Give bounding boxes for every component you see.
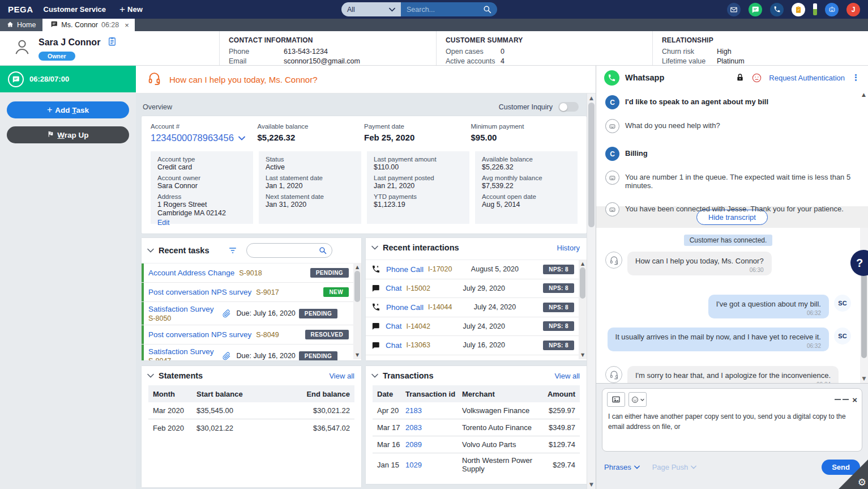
account-number-select[interactable]: 1234500078963456 <box>151 133 258 143</box>
interaction-row[interactable]: Chat I-15002 July 29, 2020 NPS: 8 <box>366 279 579 299</box>
main-scrollbar[interactable]: ▲ ▼ <box>587 93 596 489</box>
task-link[interactable]: Satisfaction Survey <box>148 305 214 313</box>
edit-address-link[interactable]: Edit <box>157 219 170 227</box>
resize-handle-icon[interactable] <box>843 399 849 400</box>
transaction-id-link[interactable]: 2083 <box>405 423 462 432</box>
overview-tab-label[interactable]: Overview <box>143 103 172 111</box>
due-date: Due: July 16, 2020 <box>237 309 296 317</box>
collapse-chevron-icon[interactable] <box>147 373 154 378</box>
interaction-link[interactable]: Phone Call <box>386 265 424 274</box>
interaction-link[interactable]: Chat <box>386 322 402 330</box>
task-link[interactable]: Account Address Change <box>148 269 234 277</box>
transcript-message: What do you need help with? <box>605 119 859 133</box>
transaction-id-link[interactable]: 2089 <box>405 440 462 449</box>
search-icon[interactable] <box>319 246 327 254</box>
close-compose-icon[interactable]: × <box>852 395 857 405</box>
resize-handle-icon[interactable] <box>835 399 841 400</box>
tab-ms-connor[interactable]: Ms. Connor 06:28 × <box>42 19 134 31</box>
compose-input[interactable]: I can either have another paper copy sen… <box>602 409 862 434</box>
agent-message: I'm sorry to hear that, and I apologize … <box>605 366 851 384</box>
search-field[interactable] <box>401 2 497 16</box>
collapse-chevron-icon[interactable] <box>371 373 378 378</box>
gear-icon[interactable]: ⚙ <box>858 477 866 488</box>
interaction-date: July 29, 2020 <box>463 284 504 292</box>
compose-box[interactable]: × I can either have another paper copy s… <box>602 388 862 452</box>
interactions-scrollbar[interactable]: ▲▼ <box>579 260 587 359</box>
user-avatar[interactable]: J <box>846 3 860 16</box>
greeting-bar: How can I help you today, Ms. Connor? <box>136 66 596 93</box>
transaction-row[interactable]: Mar 16 2089 Volvo Auto Parts $129.74 <box>373 436 580 453</box>
task-row[interactable]: Account Address Change S-9018 PENDING <box>142 263 353 283</box>
account-detail-card-3: Last payment amount $110.00 Last payment… <box>367 151 469 224</box>
interaction-row[interactable]: Chat I-13063 July 16, 2020 NPS: 8 <box>366 336 579 355</box>
interaction-row[interactable]: Phone Call I-14044 July 24, 2020 NPS: 8 <box>366 298 579 317</box>
bot-icon[interactable] <box>825 3 839 16</box>
interaction-date: July 24, 2020 <box>474 303 516 311</box>
agent-status-indicator[interactable] <box>813 3 817 15</box>
transaction-id-link[interactable]: 2183 <box>405 406 462 415</box>
status-badge: PENDING <box>310 268 349 278</box>
tasks-search-input[interactable] <box>252 246 314 254</box>
interaction-link[interactable]: Chat <box>386 284 402 292</box>
customer-avatar: C <box>605 95 619 109</box>
kebab-menu-icon[interactable]: ⋮ <box>852 73 860 83</box>
transaction-row[interactable]: Jan 15 1029 North Western Power Supply $… <box>373 453 580 476</box>
customer-inquiry-toggle[interactable] <box>558 102 579 112</box>
task-link[interactable]: Satisfaction Survey <box>148 347 214 356</box>
transaction-row[interactable]: Mar 17 2083 Torento Auto Finance $349.87 <box>373 419 580 436</box>
close-tab-icon[interactable]: × <box>125 21 129 29</box>
tasks-scrollbar[interactable]: ▲▼ <box>353 263 361 359</box>
interaction-row[interactable]: Phone Call I-17020 August 5, 2020 NPS: 8 <box>366 260 579 279</box>
search-icon[interactable] <box>483 5 491 14</box>
chat-icon[interactable] <box>749 3 762 16</box>
search-input[interactable] <box>407 6 474 14</box>
app-title: Customer Service <box>44 5 106 14</box>
emoji-button[interactable] <box>628 392 647 407</box>
task-link[interactable]: Post conversation NPS survey <box>148 288 251 296</box>
tab-home[interactable]: Home <box>0 19 42 31</box>
collapse-chevron-icon[interactable] <box>371 245 378 250</box>
interaction-link[interactable]: Chat <box>386 341 402 350</box>
request-authentication-link[interactable]: Request Authentication <box>769 74 845 82</box>
search-scope-select[interactable]: All <box>341 2 401 16</box>
interaction-date: July 16, 2020 <box>463 341 504 349</box>
task-row[interactable]: Satisfaction SurveyS-8047 Due: July 16, … <box>142 345 353 360</box>
active-accounts-label: Active accounts <box>446 57 501 65</box>
task-id: S-8049 <box>256 331 279 339</box>
add-task-button[interactable]: +Add Task <box>7 101 129 118</box>
history-link[interactable]: History <box>557 244 580 252</box>
recent-tasks-title: Recent tasks <box>159 246 209 255</box>
interaction-link[interactable]: Phone Call <box>386 303 424 312</box>
transaction-row[interactable]: Apr 20 2183 Volkswagen Finance $259.97 <box>373 402 580 419</box>
new-button[interactable]: +New <box>119 5 143 14</box>
statements-view-all-link[interactable]: View all <box>329 372 354 380</box>
task-row[interactable]: Post conversation NPS survey S-8049 RESO… <box>142 325 353 345</box>
filter-icon[interactable] <box>228 246 237 255</box>
transactions-view-all-link[interactable]: View all <box>554 372 580 380</box>
attach-image-button[interactable] <box>607 392 625 407</box>
tasks-search-field[interactable] <box>246 243 332 258</box>
available-balance-value: $5,226.32 <box>258 133 365 142</box>
available-balance-label: Available balance <box>258 123 365 130</box>
nps-badge: NPS: 8 <box>543 341 574 350</box>
wrap-up-button[interactable]: Wrap Up <box>7 126 129 143</box>
statement-row[interactable]: Mar 2020 $35,545.00 $30,021.22 <box>148 402 354 419</box>
phone-icon[interactable] <box>770 3 784 16</box>
page-push-dropdown[interactable]: Page Push <box>652 463 697 471</box>
mail-icon[interactable] <box>727 3 741 16</box>
task-row[interactable]: Satisfaction SurveyS-8050 Due: July 16, … <box>142 302 353 325</box>
recent-interactions-card: Recent interactions History Phone Call I… <box>366 238 587 360</box>
composite-clipboard-icon[interactable] <box>107 36 117 49</box>
collapse-chevron-icon[interactable] <box>147 248 154 253</box>
statement-row[interactable]: Feb 2020 $30,021.22 $36,547.02 <box>148 419 354 436</box>
last-statement-date-value: Jan 1, 2020 <box>266 182 354 190</box>
task-row[interactable]: Post conversation NPS survey S-9017 NEW <box>142 283 353 302</box>
agent-message: How can I help you today, Ms. Connor?06:… <box>605 252 851 275</box>
interaction-row[interactable]: Chat I-14042 July 24, 2020 NPS: 8 <box>366 317 579 337</box>
pega-logo[interactable]: PEGA <box>8 5 33 14</box>
scroll-up-arrow[interactable]: ▲ <box>862 92 866 97</box>
task-link[interactable]: Post conversation NPS survey <box>148 330 251 339</box>
clipboard-status-icon[interactable] <box>792 3 805 16</box>
phrases-dropdown[interactable]: Phrases <box>604 463 640 471</box>
transaction-id-link[interactable]: 1029 <box>405 461 462 469</box>
